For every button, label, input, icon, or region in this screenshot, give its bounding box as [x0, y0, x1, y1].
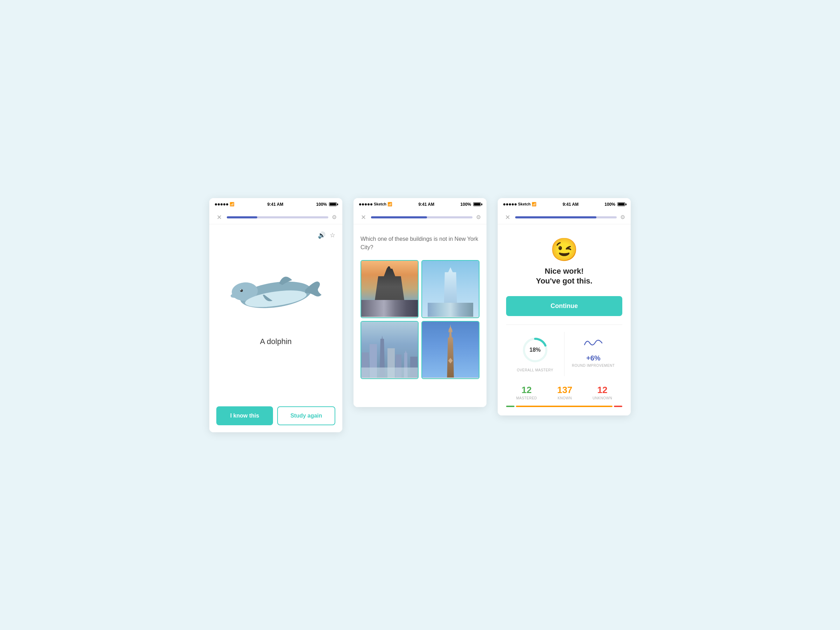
battery-icon-2 — [473, 202, 481, 206]
status-bar-2: Sketch 📶 9:41 AM 100% — [354, 198, 486, 211]
settings-icon-1[interactable]: ⚙ — [332, 214, 337, 221]
svg-point-4 — [240, 289, 242, 290]
wifi-icon-1: 📶 — [230, 202, 235, 207]
mastery-label: OVERALL MASTERY — [517, 368, 553, 372]
improvement-label: ROUND IMPROVEMENT — [572, 364, 614, 368]
card-buttons: I know this Study again — [209, 399, 342, 432]
quiz-image-4[interactable] — [422, 321, 480, 379]
screen-flashcard: 📶 9:41 AM 100% ✕ ⚙ 🔊 ☆ — [209, 198, 342, 432]
mastery-percent: 18% — [529, 347, 541, 353]
unknown-label: UNKNOWN — [592, 396, 612, 400]
status-left-1: 📶 — [215, 202, 235, 207]
battery-text-3: 100% — [605, 202, 615, 207]
mastered-cell: 12 MASTERED — [516, 385, 537, 400]
progress-bar-1 — [227, 216, 328, 218]
unknown-cell: 12 UNKNOWN — [592, 385, 612, 400]
status-left-2: Sketch 📶 — [359, 202, 392, 207]
close-button-2[interactable]: ✕ — [359, 213, 368, 221]
wifi-icon-2: Sketch 📶 — [374, 202, 392, 207]
progress-fill-2 — [371, 216, 427, 218]
study-again-button[interactable]: Study again — [277, 406, 335, 425]
known-count: 137 — [557, 385, 572, 395]
card-area-1: 🔊 ☆ — [209, 224, 342, 399]
wifi-icon-3: Sketch 📶 — [518, 202, 537, 207]
mastered-count: 12 — [521, 385, 532, 395]
result-emoji: 😉 — [550, 238, 578, 261]
status-time-2: 9:41 AM — [418, 202, 434, 207]
card-label: A dolphin — [260, 337, 292, 346]
progress-bar-3 — [515, 216, 617, 218]
progress-fill-3 — [515, 216, 597, 218]
round-improvement-cell: +6% ROUND IMPROVEMENT — [565, 332, 623, 376]
screens-container: 📶 9:41 AM 100% ✕ ⚙ 🔊 ☆ — [209, 198, 631, 432]
close-button-1[interactable]: ✕ — [215, 213, 223, 221]
image-grid — [360, 260, 480, 379]
result-title: Nice work!You've got this. — [536, 266, 592, 286]
nav-bar-1: ✕ ⚙ — [209, 211, 342, 224]
signal-dots-3 — [503, 203, 516, 205]
progress-seg-orange — [516, 406, 612, 407]
mastered-label: MASTERED — [516, 396, 537, 400]
know-button[interactable]: I know this — [216, 406, 273, 425]
nav-bar-3: ✕ ⚙ — [498, 211, 631, 224]
status-right-2: 100% — [460, 202, 481, 207]
known-cell: 137 KNOWN — [557, 385, 572, 400]
settings-icon-3[interactable]: ⚙ — [620, 214, 625, 221]
stats-divider — [506, 324, 622, 325]
known-label: KNOWN — [557, 396, 572, 400]
battery-text-1: 100% — [316, 202, 327, 207]
progress-seg-red — [614, 406, 622, 407]
quiz-area: Which one of these buildings is not in N… — [354, 224, 486, 386]
result-area: 😉 Nice work!You've got this. Continue 18… — [498, 224, 631, 415]
progress-multi-bar — [506, 406, 622, 407]
wave-icon — [583, 336, 604, 351]
overall-mastery-cell: 18% OVERALL MASTERY — [506, 332, 565, 376]
sound-icon[interactable]: 🔊 — [318, 231, 325, 239]
mastery-row: 18% OVERALL MASTERY +6% ROUND IMPROVEMEN… — [506, 332, 622, 376]
settings-icon-2[interactable]: ⚙ — [476, 214, 481, 221]
nav-bar-2: ✕ ⚙ — [354, 211, 486, 224]
signal-dots-1 — [215, 203, 228, 205]
battery-icon-3 — [617, 202, 625, 206]
status-right-1: 100% — [316, 202, 337, 207]
quiz-question: Which one of these buildings is not in N… — [360, 235, 480, 252]
close-button-3[interactable]: ✕ — [503, 213, 512, 221]
battery-icon-1 — [329, 202, 337, 206]
screen-quiz: Sketch 📶 9:41 AM 100% ✕ ⚙ Which one of t… — [354, 198, 486, 407]
quiz-image-3[interactable] — [360, 321, 418, 379]
progress-bar-2 — [371, 216, 472, 218]
improvement-value: +6% — [586, 354, 601, 362]
progress-seg-green — [506, 406, 515, 407]
status-time-1: 9:41 AM — [267, 202, 284, 207]
status-time-3: 9:41 AM — [562, 202, 579, 207]
quiz-image-2[interactable] — [422, 260, 480, 318]
continue-button[interactable]: Continue — [506, 296, 622, 316]
status-bar-1: 📶 9:41 AM 100% — [209, 198, 342, 211]
status-right-3: 100% — [605, 202, 625, 207]
unknown-count: 12 — [597, 385, 608, 395]
battery-text-2: 100% — [460, 202, 471, 207]
quiz-image-1[interactable] — [360, 260, 418, 318]
dolphin-image — [227, 260, 325, 323]
screen-result: Sketch 📶 9:41 AM 100% ✕ ⚙ 😉 Nice work!Yo… — [498, 198, 631, 415]
progress-fill-1 — [227, 216, 257, 218]
status-left-3: Sketch 📶 — [503, 202, 537, 207]
counts-row: 12 MASTERED 137 KNOWN 12 UNKNOWN — [506, 385, 622, 400]
signal-dots-2 — [359, 203, 373, 205]
star-icon[interactable]: ☆ — [330, 231, 335, 239]
circle-progress: 18% — [521, 336, 549, 364]
status-bar-3: Sketch 📶 9:41 AM 100% — [498, 198, 631, 211]
card-icons: 🔊 ☆ — [216, 231, 335, 239]
